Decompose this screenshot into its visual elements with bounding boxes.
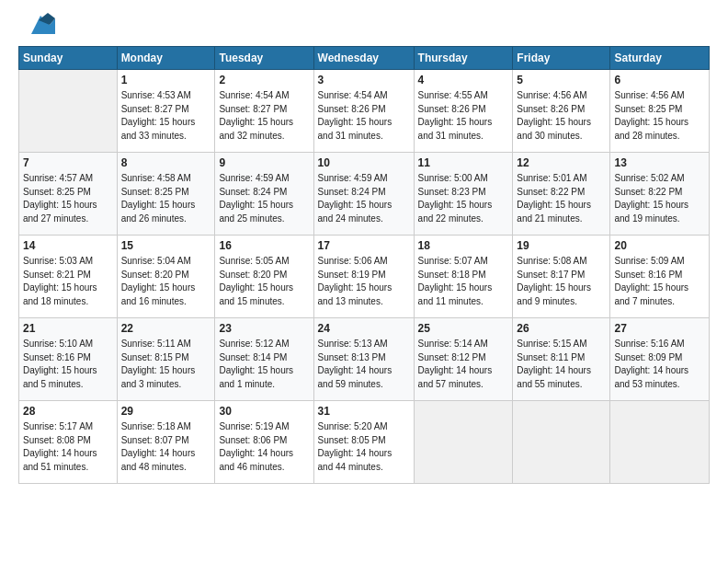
day-info-line: Daylight: 15 hours [614, 116, 705, 130]
calendar-cell: 21Sunrise: 5:10 AMSunset: 8:16 PMDayligh… [19, 318, 118, 401]
calendar-cell: 2Sunrise: 4:54 AMSunset: 8:27 PMDaylight… [215, 70, 313, 153]
day-info-line: and 30 minutes. [517, 130, 606, 144]
calendar-cell: 14Sunrise: 5:03 AMSunset: 8:21 PMDayligh… [19, 236, 118, 318]
day-info-line: Sunset: 8:15 PM [121, 351, 211, 365]
day-info-line: Sunset: 8:17 PM [517, 269, 606, 282]
day-info-line: Sunrise: 5:19 AM [219, 420, 309, 434]
day-info-line: Daylight: 15 hours [121, 199, 211, 213]
calendar-cell [610, 401, 710, 484]
day-number: 17 [318, 238, 410, 254]
day-info-line: and 44 minutes. [318, 461, 410, 475]
day-info-line: Sunrise: 5:00 AM [418, 172, 509, 186]
calendar-cell [414, 401, 513, 484]
day-number: 23 [219, 321, 309, 337]
day-info-line: Daylight: 14 hours [418, 364, 509, 378]
day-number: 3 [318, 73, 410, 88]
day-info-line: Sunrise: 5:03 AM [23, 255, 113, 269]
day-info-line: Daylight: 15 hours [418, 199, 509, 213]
day-info-line: Sunset: 8:22 PM [614, 186, 705, 200]
day-info-line: and 32 minutes. [219, 130, 309, 144]
day-number: 11 [418, 155, 509, 171]
day-info-line: Daylight: 14 hours [517, 364, 606, 378]
calendar-cell: 23Sunrise: 5:12 AMSunset: 8:14 PMDayligh… [215, 318, 313, 401]
weekday-header-sunday: Sunday [19, 47, 118, 70]
day-info-line: and 46 minutes. [219, 461, 309, 475]
day-info-line: Sunset: 8:26 PM [318, 103, 410, 117]
calendar-cell: 13Sunrise: 5:02 AMSunset: 8:22 PMDayligh… [610, 153, 710, 236]
day-info-line: Daylight: 15 hours [23, 199, 113, 213]
day-info-line: Sunset: 8:26 PM [418, 103, 509, 117]
day-info-line: Sunset: 8:09 PM [614, 351, 705, 365]
day-number: 19 [517, 238, 606, 254]
day-info-line: Sunset: 8:12 PM [418, 351, 509, 365]
day-number: 12 [517, 155, 606, 171]
day-number: 16 [219, 238, 309, 254]
day-info-line: and 3 minutes. [121, 378, 211, 392]
day-info-line: Sunset: 8:18 PM [418, 269, 509, 282]
day-info-line: and 7 minutes. [614, 295, 705, 309]
calendar-cell: 17Sunrise: 5:06 AMSunset: 8:19 PMDayligh… [313, 236, 414, 318]
day-info-line: Sunset: 8:16 PM [23, 351, 113, 365]
calendar-cell: 10Sunrise: 4:59 AMSunset: 8:24 PMDayligh… [313, 153, 414, 236]
day-number: 21 [23, 321, 113, 337]
day-info-line: Daylight: 15 hours [418, 282, 509, 295]
calendar-cell: 9Sunrise: 4:59 AMSunset: 8:24 PMDaylight… [215, 153, 313, 236]
day-info-line: Sunrise: 4:53 AM [121, 89, 211, 103]
day-info-line: and 26 minutes. [121, 213, 211, 226]
day-info-line: Sunset: 8:20 PM [219, 269, 309, 282]
day-info-line: Daylight: 14 hours [219, 447, 309, 461]
calendar-cell: 22Sunrise: 5:11 AMSunset: 8:15 PMDayligh… [117, 318, 215, 401]
calendar-cell: 12Sunrise: 5:01 AMSunset: 8:22 PMDayligh… [513, 153, 610, 236]
day-info-line: Sunrise: 5:15 AM [517, 338, 606, 351]
day-info-line: Sunset: 8:25 PM [614, 103, 705, 117]
day-info-line: Daylight: 15 hours [219, 364, 309, 378]
day-info-line: Sunset: 8:13 PM [318, 351, 410, 365]
day-info-line: Daylight: 14 hours [614, 364, 705, 378]
calendar-week-3: 14Sunrise: 5:03 AMSunset: 8:21 PMDayligh… [19, 236, 710, 318]
day-info-line: Daylight: 15 hours [318, 282, 410, 295]
day-info-line: Sunset: 8:23 PM [418, 186, 509, 200]
calendar-cell: 15Sunrise: 5:04 AMSunset: 8:20 PMDayligh… [117, 236, 215, 318]
day-info-line: Daylight: 15 hours [517, 282, 606, 295]
day-number: 24 [318, 321, 410, 337]
day-info-line: Sunrise: 5:20 AM [318, 420, 410, 434]
weekday-header-wednesday: Wednesday [313, 47, 414, 70]
day-number: 20 [614, 238, 705, 254]
day-info-line: and 48 minutes. [121, 461, 211, 475]
weekday-header-monday: Monday [117, 47, 215, 70]
day-number: 31 [318, 404, 410, 419]
calendar-cell: 27Sunrise: 5:16 AMSunset: 8:09 PMDayligh… [610, 318, 710, 401]
day-info-line: Daylight: 14 hours [318, 364, 410, 378]
weekday-header-friday: Friday [513, 47, 610, 70]
day-info-line: Sunset: 8:11 PM [517, 351, 606, 365]
calendar-cell: 1Sunrise: 4:53 AMSunset: 8:27 PMDaylight… [117, 70, 215, 153]
day-info-line: Sunset: 8:05 PM [318, 434, 410, 448]
day-info-line: Daylight: 15 hours [614, 199, 705, 213]
day-info-line: and 55 minutes. [517, 378, 606, 392]
day-info-line: Sunset: 8:19 PM [318, 269, 410, 282]
day-info-line: Sunrise: 5:04 AM [121, 255, 211, 269]
day-info-line: Daylight: 15 hours [517, 199, 606, 213]
day-info-line: Daylight: 15 hours [121, 116, 211, 130]
day-number: 10 [318, 155, 410, 171]
day-number: 30 [219, 404, 309, 419]
day-number: 1 [121, 73, 211, 88]
day-number: 22 [121, 321, 211, 337]
calendar-cell: 26Sunrise: 5:15 AMSunset: 8:11 PMDayligh… [513, 318, 610, 401]
day-info-line: Daylight: 15 hours [121, 364, 211, 378]
day-number: 6 [614, 73, 705, 88]
day-info-line: and 22 minutes. [418, 213, 509, 226]
calendar-cell: 29Sunrise: 5:18 AMSunset: 8:07 PMDayligh… [117, 401, 215, 484]
day-number: 15 [121, 238, 211, 254]
day-info-line: Sunrise: 5:17 AM [23, 420, 113, 434]
header [18, 15, 710, 39]
day-info-line: and 59 minutes. [318, 378, 410, 392]
day-number: 5 [517, 73, 606, 88]
day-info-line: Sunset: 8:16 PM [614, 269, 705, 282]
calendar-cell [513, 401, 610, 484]
weekday-header-saturday: Saturday [610, 47, 710, 70]
day-info-line: and 16 minutes. [121, 295, 211, 309]
day-info-line: and 21 minutes. [517, 213, 606, 226]
day-info-line: Sunset: 8:21 PM [23, 269, 113, 282]
logo [18, 15, 55, 39]
